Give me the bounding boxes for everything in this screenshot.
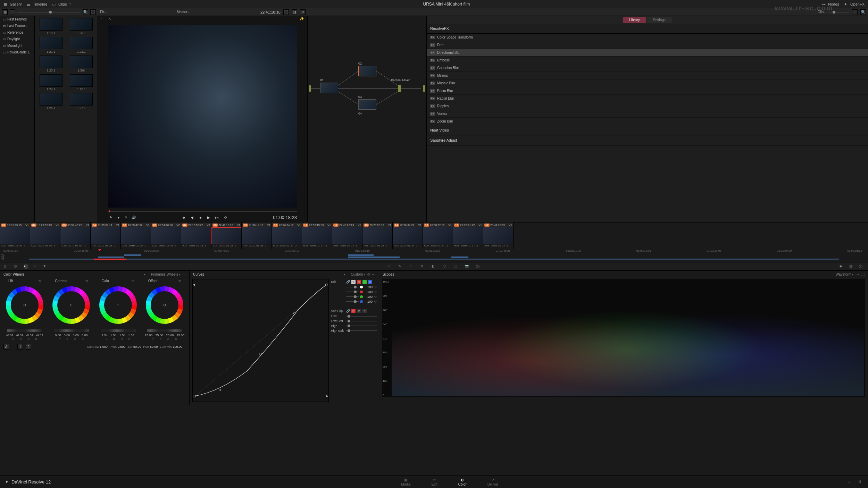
still-thumb[interactable]: 1.26.1: [37, 93, 65, 110]
wheel-values[interactable]: 25.0025.0025.0025.00: [141, 334, 188, 337]
search-icon[interactable]: 🔍: [83, 9, 88, 15]
curve-editor[interactable]: [192, 279, 329, 402]
wheel-values[interactable]: 1.541.541.541.54: [95, 334, 141, 337]
reset-icon[interactable]: ⟲: [374, 285, 377, 289]
adj-hue[interactable]: Hue 50.00: [143, 345, 158, 348]
clip-thumb-08[interactable]: 08 22:41:18:16V1A14_2016-01-28_2: [211, 222, 242, 249]
adj-contrast[interactable]: Contrast 1.000: [87, 345, 108, 348]
scopes-more-icon[interactable]: ⋯: [856, 272, 859, 276]
tab-settings[interactable]: Settings: [647, 17, 672, 23]
more-icon[interactable]: ⋯: [852, 9, 858, 15]
color-match-icon[interactable]: ◎: [14, 264, 19, 269]
intensity-value[interactable]: 100: [364, 290, 373, 294]
softclip-link-icon[interactable]: 🔗: [346, 309, 350, 313]
softclip-slider[interactable]: [346, 330, 377, 331]
split-icon[interactable]: ◨: [292, 9, 297, 15]
intensity-slider[interactable]: [346, 292, 359, 292]
clip-thumb-04[interactable]: 04 21:55:54:11V1A14_2016-01-28_2: [91, 222, 121, 249]
openfx-toggle[interactable]: ✦OpenFX: [844, 2, 865, 6]
settings-icon[interactable]: ⚙: [858, 480, 863, 485]
curves-more-icon[interactable]: ⋯: [372, 272, 375, 276]
adj-lum-mix[interactable]: Lum Mix 100.00: [160, 345, 182, 348]
page-media[interactable]: ▦Media: [401, 478, 410, 486]
reset-icon[interactable]: ⟲: [132, 279, 134, 283]
curves-reset-icon[interactable]: ⟲: [367, 272, 370, 276]
album-first-frames[interactable]: ▭First Frames: [0, 16, 34, 23]
wheel-values[interactable]: 0.000.000.000.00: [48, 334, 94, 337]
chan-b[interactable]: B: [368, 280, 372, 284]
scopes-toggle-icon[interactable]: ▥: [849, 264, 854, 269]
track-v1[interactable]: V1: [3, 259, 865, 260]
intensity-value[interactable]: 100: [364, 300, 373, 303]
fullscreen-icon[interactable]: ⛶: [283, 9, 289, 15]
viewer-timecode[interactable]: 22:41:18:16: [260, 10, 281, 14]
still-thumb[interactable]: 1.25.1: [67, 74, 96, 91]
chan-g[interactable]: G: [362, 280, 367, 284]
clip-thumb-13[interactable]: 13 20:23:58:17V1A08_2016-01-27_2: [362, 222, 393, 249]
color-wheel[interactable]: [50, 284, 92, 326]
wheels-more-icon[interactable]: ⋯: [182, 272, 186, 276]
page-2-button[interactable]: 2: [26, 344, 31, 350]
scopes-dropdown[interactable]: Waveform▾: [836, 272, 853, 276]
reset-icon[interactable]: ⟲: [85, 279, 88, 283]
album-last-frames[interactable]: ▭Last Frames: [0, 23, 34, 29]
node-01[interactable]: [320, 83, 338, 93]
data-burn-icon[interactable]: Ⓐ: [476, 264, 481, 269]
qualifier-tool-icon[interactable]: ✎: [398, 264, 403, 269]
clip-thumb-10[interactable]: 10 22:46:34:18V1A03_2016-01-27_2: [272, 222, 302, 249]
intensity-slider[interactable]: [346, 301, 359, 302]
mute-icon[interactable]: 🔊: [131, 215, 136, 220]
node-output[interactable]: [423, 85, 425, 92]
album-daylight[interactable]: ▭Daylight: [0, 36, 34, 42]
still-thumb[interactable]: 1.23.1: [37, 56, 65, 72]
tab-library[interactable]: Library: [623, 17, 646, 23]
picker-chev-icon[interactable]: ▾: [116, 215, 121, 220]
motion-effects-icon[interactable]: ★: [43, 264, 48, 269]
viewer-scrubber[interactable]: [108, 210, 297, 212]
clip-thumb-05[interactable]: 05 10:05:47:02V1C20_2016-02-05_1: [121, 222, 151, 249]
still-thumb[interactable]: 1.24.1: [37, 74, 65, 91]
tracker-tool-icon[interactable]: ⊕: [420, 264, 425, 269]
qualifier-icon[interactable]: ▫: [101, 17, 106, 22]
intensity-slider[interactable]: [346, 287, 359, 287]
color-wheel[interactable]: [4, 284, 45, 326]
node-input[interactable]: [309, 85, 311, 92]
fx-search-icon[interactable]: 🔍: [860, 9, 866, 15]
fx-radial-blur[interactable]: FXRadial Blur: [427, 95, 868, 102]
viewer-image[interactable]: [108, 25, 297, 208]
clip-thumb-07[interactable]: 07 22:17:56:22V3A14_2016-01-28_2: [181, 222, 211, 249]
clips-toggle[interactable]: ▭Clips▾: [52, 2, 71, 6]
page-color[interactable]: ◐Color: [458, 478, 467, 486]
fx-prism-blur[interactable]: FXPrism Blur: [427, 87, 868, 95]
chan-y[interactable]: Y: [351, 280, 356, 284]
reset-icon[interactable]: ⟲: [374, 300, 377, 303]
master-wheel[interactable]: [101, 329, 135, 332]
scopes-expand-icon[interactable]: ⛶: [861, 272, 865, 276]
fx-mirrors[interactable]: FXMirrors: [427, 72, 868, 79]
curves-dropdown[interactable]: Custom▾: [351, 272, 365, 276]
fx-gaussian-blur[interactable]: FXGaussian Blur: [427, 64, 868, 72]
intensity-value[interactable]: 100: [364, 295, 373, 298]
soft-b[interactable]: B: [362, 309, 367, 313]
softclip-slider[interactable]: [346, 316, 377, 317]
curves-tool-icon[interactable]: ⟋: [387, 264, 392, 269]
clip-thumb-06[interactable]: 06 09:54:40:08V2C20_2016-02-05_0: [151, 222, 181, 249]
reset-icon[interactable]: ✕: [124, 215, 128, 220]
adj-pivot[interactable]: Pivot 0.500: [110, 345, 126, 348]
primaries-dropdown[interactable]: Primaries Wheels▾: [151, 272, 180, 276]
gallery-view-list[interactable]: ☰: [10, 9, 15, 15]
album-moonlight[interactable]: ▭Moonlight: [0, 42, 34, 49]
master-wheel[interactable]: [147, 329, 182, 332]
stereo-tool-icon[interactable]: 📷: [465, 264, 470, 269]
reset-icon[interactable]: ⟲: [374, 290, 377, 294]
node-03[interactable]: [358, 99, 376, 110]
fit-dropdown[interactable]: Fit▾: [100, 10, 106, 14]
clip-dropdown[interactable]: Clip▾: [818, 10, 826, 14]
intensity-slider[interactable]: [346, 296, 359, 297]
expand-icon[interactable]: ⛶: [90, 9, 96, 15]
loop-button[interactable]: ⟲: [223, 215, 228, 220]
album-reference[interactable]: ▭Reference: [0, 29, 34, 36]
fx-group-neat[interactable]: Neat Video: [427, 125, 868, 135]
fx-ripples[interactable]: FXRipples: [427, 102, 868, 110]
track-v3[interactable]: V3: [3, 254, 865, 256]
